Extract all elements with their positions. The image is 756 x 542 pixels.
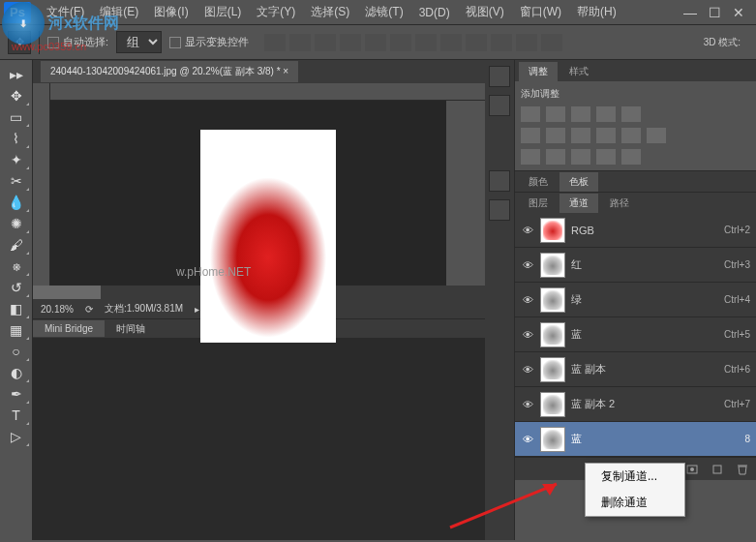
tab-styles[interactable]: 样式: [559, 62, 598, 81]
scrollbar-vertical[interactable]: [446, 101, 485, 286]
channel-row[interactable]: 👁红Ctrl+3: [515, 248, 756, 283]
channel-row[interactable]: 👁蓝Ctrl+5: [515, 317, 756, 352]
collapse-icon[interactable]: ▸▸: [2, 64, 31, 85]
pen-tool[interactable]: ✒: [2, 383, 31, 405]
dodge-tool[interactable]: ◐: [2, 362, 31, 383]
close-button[interactable]: ✕: [733, 5, 744, 20]
menu-image[interactable]: 图像(I): [146, 4, 196, 20]
lasso-tool[interactable]: ⌇: [2, 128, 31, 149]
menu-select[interactable]: 选择(S): [303, 4, 357, 20]
horizontal-ruler[interactable]: [50, 83, 485, 101]
brightness-icon[interactable]: [521, 106, 540, 122]
distribute-icon[interactable]: [516, 34, 537, 51]
invert-icon[interactable]: [521, 149, 540, 165]
healing-brush-tool[interactable]: ✺: [2, 213, 31, 234]
menu-layer[interactable]: 图层(L): [197, 4, 250, 20]
delete-channel-icon[interactable]: [735, 463, 750, 476]
tab-swatches[interactable]: 色板: [559, 172, 598, 192]
tab-paths[interactable]: 路径: [600, 194, 639, 213]
tab-adjustments[interactable]: 调整: [519, 62, 558, 81]
channel-row[interactable]: 👁蓝 副本 2Ctrl+7: [515, 387, 756, 422]
gradient-tool[interactable]: ▦: [2, 319, 31, 341]
menu-window[interactable]: 窗口(W): [512, 4, 569, 20]
visibility-toggle[interactable]: 👁: [521, 433, 534, 446]
menu-3d[interactable]: 3D(D): [411, 6, 458, 19]
exposure-icon[interactable]: [596, 106, 616, 122]
visibility-toggle[interactable]: 👁: [521, 328, 534, 342]
distribute-icon[interactable]: [440, 34, 462, 51]
menu-help[interactable]: 帮助(H): [569, 4, 624, 20]
channel-mixer-icon[interactable]: [621, 128, 641, 143]
tab-layers[interactable]: 图层: [519, 194, 558, 213]
selective-color-icon[interactable]: [621, 149, 641, 165]
history-panel-icon[interactable]: [489, 66, 510, 87]
distribute-icon[interactable]: [541, 34, 562, 51]
align-icon[interactable]: [390, 34, 411, 51]
show-transform-checkbox[interactable]: 显示变换控件: [169, 35, 249, 49]
clone-stamp-tool[interactable]: ⎈: [2, 256, 31, 277]
rotate-icon[interactable]: ⟳: [85, 304, 93, 315]
channel-row[interactable]: 👁蓝8: [515, 422, 756, 457]
eyedropper-tool[interactable]: 💧: [2, 192, 31, 213]
blur-tool[interactable]: ○: [2, 341, 31, 362]
channel-row[interactable]: 👁绿Ctrl+4: [515, 283, 756, 317]
eraser-tool[interactable]: ◧: [2, 298, 31, 319]
vertical-ruler[interactable]: [33, 83, 50, 286]
posterize-icon[interactable]: [546, 149, 565, 165]
tab-color[interactable]: 颜色: [519, 172, 558, 192]
save-selection-icon[interactable]: [684, 463, 700, 476]
maximize-button[interactable]: ☐: [709, 5, 721, 20]
photo-filter-icon[interactable]: [596, 128, 616, 143]
align-icon[interactable]: [340, 34, 361, 51]
channel-row[interactable]: 👁RGBCtrl+2: [515, 213, 756, 248]
vibrance-icon[interactable]: [621, 106, 641, 122]
scroll-thumb[interactable]: [33, 286, 101, 299]
magic-wand-tool[interactable]: ✦: [2, 149, 31, 170]
align-icon[interactable]: [315, 34, 336, 51]
properties-panel-icon[interactable]: [489, 95, 510, 116]
type-tool[interactable]: T: [2, 405, 31, 426]
tab-channels[interactable]: 通道: [559, 194, 598, 213]
curves-icon[interactable]: [571, 106, 590, 122]
tab-timeline[interactable]: 时间轴: [105, 319, 157, 339]
tab-mini-bridge[interactable]: Mini Bridge: [33, 320, 105, 337]
auto-select-dropdown[interactable]: 组: [116, 31, 162, 53]
ctx-delete-channel[interactable]: 删除通道: [586, 490, 684, 516]
path-selection-tool[interactable]: ▷: [2, 426, 31, 447]
minimize-button[interactable]: —: [683, 5, 697, 20]
zoom-level[interactable]: 20.18%: [41, 304, 74, 315]
threshold-icon[interactable]: [571, 149, 590, 165]
menu-filter[interactable]: 滤镜(T): [357, 4, 410, 20]
levels-icon[interactable]: [546, 106, 565, 122]
distribute-icon[interactable]: [491, 34, 512, 51]
distribute-icon[interactable]: [466, 34, 487, 51]
ctx-duplicate-channel[interactable]: 复制通道...: [586, 464, 684, 490]
visibility-toggle[interactable]: 👁: [521, 258, 534, 272]
bw-icon[interactable]: [571, 128, 590, 143]
menu-type[interactable]: 文字(Y): [249, 4, 303, 20]
move-tool[interactable]: ✥: [2, 85, 31, 106]
menu-view[interactable]: 视图(V): [458, 4, 512, 20]
align-icon[interactable]: [264, 34, 286, 51]
new-channel-icon[interactable]: [710, 463, 725, 476]
visibility-toggle[interactable]: 👁: [521, 293, 534, 307]
chevron-right-icon[interactable]: ▸: [195, 304, 199, 315]
marquee-tool[interactable]: ▭: [2, 106, 31, 128]
document-tab[interactable]: 240440-13042009424061.jpg @ 20.2%(蓝 副本 3…: [41, 61, 298, 82]
canvas[interactable]: w.pHome.NET: [50, 101, 485, 286]
distribute-icon[interactable]: [415, 34, 437, 51]
crop-tool[interactable]: ✂: [2, 170, 31, 192]
visibility-toggle[interactable]: 👁: [521, 224, 534, 237]
gradient-map-icon[interactable]: [596, 149, 616, 165]
hue-icon[interactable]: [521, 128, 540, 143]
align-icon[interactable]: [365, 34, 386, 51]
color-balance-icon[interactable]: [546, 128, 565, 143]
channel-row[interactable]: 👁蓝 副本Ctrl+6: [515, 352, 756, 387]
visibility-toggle[interactable]: 👁: [521, 363, 534, 376]
character-panel-icon[interactable]: [489, 170, 510, 192]
visibility-toggle[interactable]: 👁: [521, 398, 534, 411]
align-icon[interactable]: [289, 34, 311, 51]
history-brush-tool[interactable]: ↺: [2, 277, 31, 298]
brush-tool[interactable]: 🖌: [2, 234, 31, 256]
lookup-icon[interactable]: [647, 128, 666, 143]
